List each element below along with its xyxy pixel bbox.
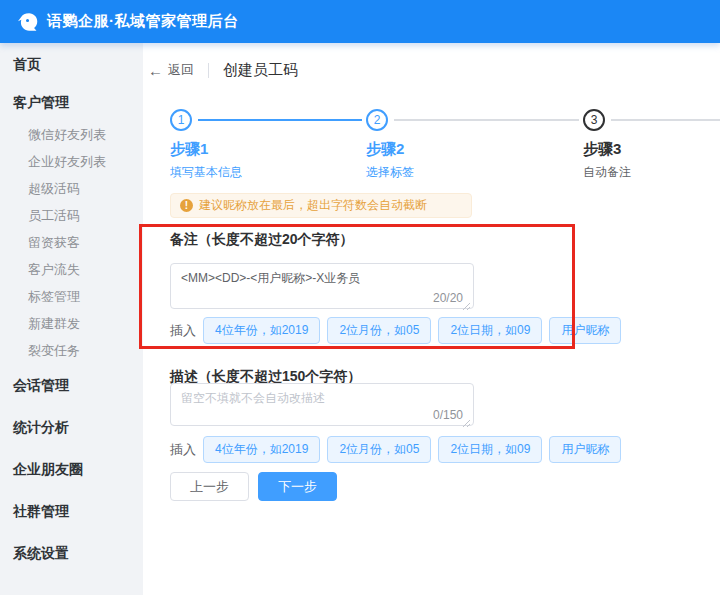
warning-alert: ! 建议昵称放在最后，超出字符数会自动截断	[170, 193, 472, 218]
remark-counter: 20/20	[429, 291, 463, 305]
app-title: 语鹦企服·私域管家管理后台	[47, 12, 239, 31]
remark-insert-row: 插入 4位年份，如2019 2位月份，如05 2位日期，如09 用户昵称	[170, 317, 621, 344]
main-content: ← 返回 创建员工码 1 步骤1 填写基本信息 2 步骤2 选择标签	[143, 43, 720, 595]
app-window: 语鹦企服·私域管家管理后台 首页 客户管理 微信好友列表 企业好友列表 超级活码…	[0, 0, 720, 595]
wizard-footer: 上一步 下一步	[170, 472, 337, 501]
insert-label: 插入	[170, 441, 196, 459]
warning-icon: !	[180, 199, 193, 212]
sidebar-item-fission-task[interactable]: 裂变任务	[0, 337, 143, 364]
step-1-number: 1	[170, 109, 192, 131]
step-3-title: 步骤3	[583, 140, 720, 159]
step-1-desc: 填写基本信息	[170, 164, 360, 181]
sidebar-item-corp-friends[interactable]: 企业好友列表	[0, 148, 143, 175]
step-3: 3 步骤3 自动备注	[583, 109, 720, 181]
step-3-number: 3	[583, 109, 605, 131]
next-step-button[interactable]: 下一步	[258, 472, 337, 501]
breadcrumb: ← 返回 创建员工码	[148, 59, 298, 81]
insert-label: 插入	[170, 322, 196, 340]
insert-year-button[interactable]: 4位年份，如2019	[203, 317, 320, 344]
description-insert-row: 插入 4位年份，如2019 2位月份，如05 2位日期，如09 用户昵称	[170, 436, 621, 463]
page-title: 创建员工码	[223, 61, 298, 80]
step-wizard: 1 步骤1 填写基本信息 2 步骤2 选择标签 3 步骤3 自动备注	[170, 109, 720, 175]
divider	[208, 63, 209, 78]
sidebar-item-lead-capture[interactable]: 留资获客	[0, 229, 143, 256]
sidebar-item-community-mgmt[interactable]: 社群管理	[0, 490, 143, 532]
app-header: 语鹦企服·私域管家管理后台	[0, 0, 720, 43]
description-textarea[interactable]	[171, 384, 473, 425]
back-label: 返回	[168, 61, 194, 79]
sidebar-item-home[interactable]: 首页	[0, 45, 143, 83]
insert-day-button[interactable]: 2位日期，如09	[438, 317, 542, 344]
sidebar-item-staff-qrcode[interactable]: 员工活码	[0, 202, 143, 229]
back-arrow-icon: ←	[148, 63, 163, 78]
remark-label: 备注（长度不超过20个字符）	[170, 231, 354, 249]
insert-nickname-button[interactable]: 用户昵称	[549, 317, 621, 344]
step-1: 1 步骤1 填写基本信息	[170, 109, 360, 181]
remark-textarea[interactable]: <MM><DD>-<用户昵称>-X业务员	[171, 264, 473, 308]
sidebar-item-system-settings[interactable]: 系统设置	[0, 532, 143, 574]
back-button[interactable]: ← 返回	[148, 61, 194, 79]
logo-parrot-icon	[17, 12, 39, 32]
insert-nickname-button[interactable]: 用户昵称	[549, 436, 621, 463]
sidebar-item-tag-management[interactable]: 标签管理	[0, 283, 143, 310]
warning-text: 建议昵称放在最后，超出字符数会自动截断	[199, 197, 427, 214]
step-1-title: 步骤1	[170, 140, 360, 159]
sidebar-item-session-mgmt[interactable]: 会话管理	[0, 364, 143, 406]
step-3-desc: 自动备注	[583, 164, 720, 181]
resize-handle-icon[interactable]	[462, 297, 471, 306]
sidebar-item-super-qrcode[interactable]: 超级活码	[0, 175, 143, 202]
insert-year-button[interactable]: 4位年份，如2019	[203, 436, 320, 463]
step-2: 2 步骤2 选择标签	[366, 109, 556, 181]
insert-day-button[interactable]: 2位日期，如09	[438, 436, 542, 463]
sidebar-item-wechat-friends[interactable]: 微信好友列表	[0, 121, 143, 148]
step-2-desc: 选择标签	[366, 164, 556, 181]
remark-field: <MM><DD>-<用户昵称>-X业务员 20/20	[170, 263, 474, 309]
resize-handle-icon[interactable]	[462, 414, 471, 423]
description-counter: 0/150	[429, 408, 463, 422]
sidebar-item-customer-churn[interactable]: 客户流失	[0, 256, 143, 283]
sidebar-item-statistics[interactable]: 统计分析	[0, 406, 143, 448]
sidebar: 首页 客户管理 微信好友列表 企业好友列表 超级活码 员工活码 留资获客 客户流…	[0, 43, 143, 595]
insert-month-button[interactable]: 2位月份，如05	[327, 436, 431, 463]
sidebar-item-customers[interactable]: 客户管理	[0, 83, 143, 121]
sidebar-item-new-broadcast[interactable]: 新建群发	[0, 310, 143, 337]
step-2-title: 步骤2	[366, 140, 556, 159]
sidebar-item-corp-moments[interactable]: 企业朋友圈	[0, 448, 143, 490]
insert-month-button[interactable]: 2位月份，如05	[327, 317, 431, 344]
step-2-number: 2	[366, 109, 388, 131]
description-field: 0/150	[170, 383, 474, 426]
prev-step-button[interactable]: 上一步	[170, 472, 249, 501]
